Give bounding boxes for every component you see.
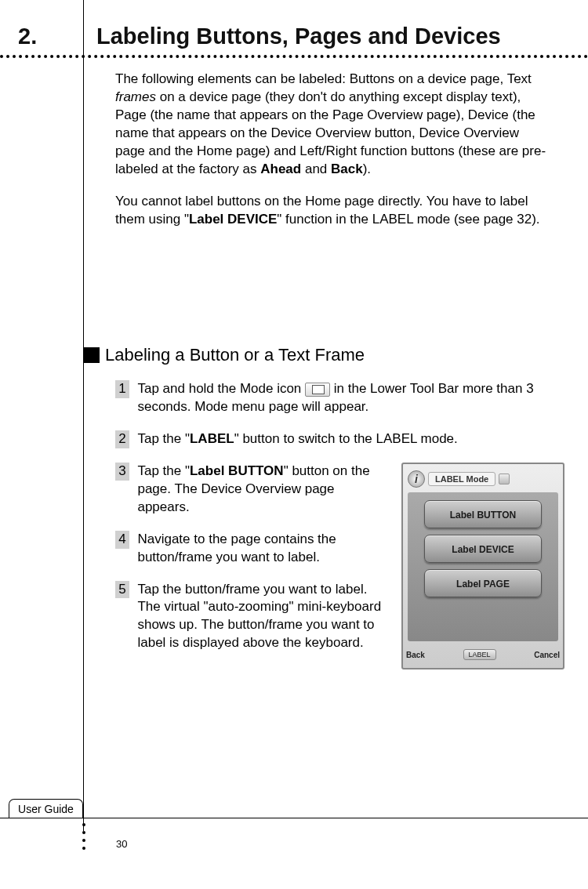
back-label[interactable]: Back xyxy=(406,651,425,659)
intro-p1-a: The following elements can be labeled: B… xyxy=(115,71,532,86)
section-title: Labeling Buttons, Pages and Devices xyxy=(96,24,501,49)
step-number: 4 xyxy=(115,531,129,549)
label-device-btn[interactable]: Label DEVICE xyxy=(424,535,542,563)
step-body: Tap and hold the Mode icon in the Lower … xyxy=(132,380,540,416)
mode-icon xyxy=(305,383,330,397)
label-button-btn[interactable]: Label BUTTON xyxy=(424,500,542,528)
step-number: 3 xyxy=(115,463,129,481)
step2-a: Tap the " xyxy=(137,431,190,446)
step-number: 5 xyxy=(115,581,129,599)
step1-a: Tap and hold the Mode icon xyxy=(137,381,305,396)
subsection-title: Labeling a Button or a Text Frame xyxy=(105,345,365,365)
footer-tab: User Guide xyxy=(9,799,83,818)
intro-frames-italic: frames xyxy=(115,89,156,104)
dotted-divider xyxy=(0,55,588,60)
intro-text: The following elements can be labeled: B… xyxy=(115,71,550,243)
step-number: 1 xyxy=(115,380,129,398)
intro-p1-c: and xyxy=(301,161,331,176)
step-2: 2 Tap the "LABEL" button to switch to th… xyxy=(115,430,550,448)
step2-bold: LABEL xyxy=(190,431,234,446)
screenshot-titlebar: i LABEL Mode xyxy=(408,469,558,489)
screenshot-body: Label BUTTON Label DEVICE Label PAGE xyxy=(408,492,558,641)
step-body: Tap the "LABEL" button to switch to the … xyxy=(132,430,540,448)
screenshot-title-tab: LABEL Mode xyxy=(428,472,495,486)
vertical-rule xyxy=(83,0,84,831)
page-number: 30 xyxy=(116,838,127,850)
vertical-dots xyxy=(82,823,85,855)
section-number: 2. xyxy=(18,24,37,49)
step2-b: " button to switch to the LABEL mode. xyxy=(234,431,458,446)
step-body: Navigate to the page contains the button… xyxy=(132,531,383,567)
step-body: Tap the button/frame you want to label. … xyxy=(132,581,383,653)
intro-back-bold: Back xyxy=(331,161,363,176)
close-icon xyxy=(499,474,510,484)
intro-ahead-bold: Ahead xyxy=(260,161,301,176)
label-mode-screenshot: i LABEL Mode Label BUTTON Label DEVICE L… xyxy=(401,463,564,669)
intro-label-device-bold: Label DEVICE xyxy=(189,212,277,227)
intro-p1-d: ). xyxy=(363,161,371,176)
info-icon: i xyxy=(408,470,425,488)
step3-a: Tap the " xyxy=(137,463,190,478)
subsection-marker xyxy=(84,347,100,363)
label-page-btn[interactable]: Label PAGE xyxy=(424,569,542,597)
step3-bold: Label BUTTON xyxy=(190,463,284,478)
step-number: 2 xyxy=(115,430,129,448)
intro-p2-b: " function in the LABEL mode (see page 3… xyxy=(277,212,539,227)
footer-rule xyxy=(0,818,588,818)
label-mode-btn[interactable]: LABEL xyxy=(463,649,496,660)
screenshot-bottom-bar: Back LABEL Cancel xyxy=(406,644,560,665)
step-1: 1 Tap and hold the Mode icon in the Lowe… xyxy=(115,380,550,416)
step-body: Tap the "Label BUTTON" button on the pag… xyxy=(132,463,383,517)
cancel-label[interactable]: Cancel xyxy=(534,651,560,659)
